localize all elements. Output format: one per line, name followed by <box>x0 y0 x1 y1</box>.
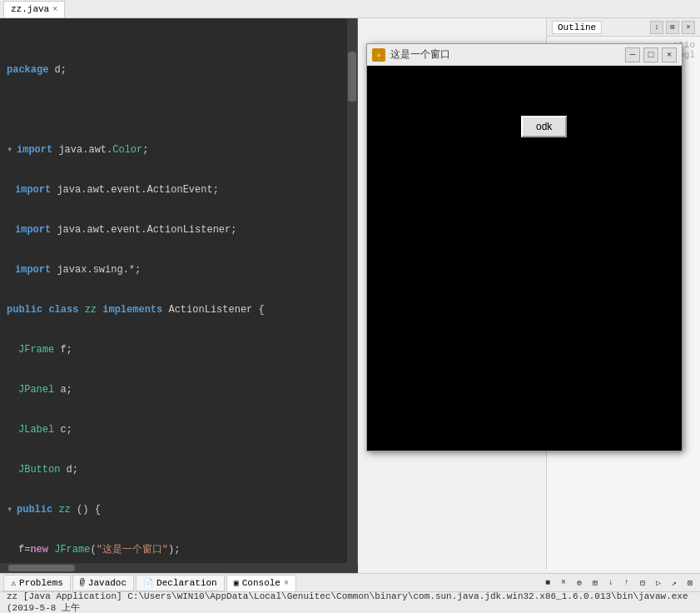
h-scroll-thumb[interactable] <box>8 565 75 571</box>
tab-console-label: Console <box>242 578 280 588</box>
tab-problems-label: Problems <box>19 578 63 588</box>
console-clear-btn[interactable]: ⊠ <box>683 576 697 590</box>
file-tab-label: zz.java <box>11 4 49 14</box>
console-toolbar: ■ × ⊕ ⊞ ↓ ↑ ⊟ ▷ ↗ ⊠ <box>541 576 697 590</box>
tab-declaration[interactable]: 📄 Declaration <box>136 575 225 591</box>
line-1: package d; <box>7 63 357 77</box>
file-tab[interactable]: zz.java × <box>3 1 65 17</box>
swing-close-btn[interactable]: × <box>662 47 677 62</box>
outline-tabs: Outline <box>552 21 602 34</box>
scroll-thumb[interactable] <box>348 52 356 102</box>
console-run-btn[interactable]: ▷ <box>652 576 665 590</box>
swing-app-icon: ☕ <box>372 48 385 62</box>
swing-maximize-btn[interactable]: □ <box>643 47 658 62</box>
line-6: import javax.swing.*; <box>7 263 357 277</box>
swing-controls: ─ □ × <box>625 47 677 62</box>
outline-btn-1[interactable]: ↕ <box>650 21 663 34</box>
line-4: import java.awt.event.ActionEvent; <box>7 183 357 197</box>
code-lines: package d; import java.awt.Color; import… <box>0 20 357 570</box>
line-8: JFrame f; <box>7 343 357 356</box>
tab-problems[interactable]: ⚠ Problems <box>3 575 71 591</box>
swing-preview-window[interactable]: ☕ 这是一个窗口 ─ □ × odk <box>366 43 683 451</box>
outline-panel-header: Outline ↕ ⊞ × <box>547 18 700 37</box>
javadoc-icon: @ <box>80 578 85 587</box>
console-icon: ▣ <box>234 578 239 588</box>
line-7: public class zz implements ActionListene… <box>7 303 357 316</box>
console-pin-btn[interactable]: ⊟ <box>636 576 649 590</box>
swing-title-bar: ☕ 这是一个窗口 ─ □ × <box>367 44 682 66</box>
swing-title-text: 这是一个窗口 <box>390 47 450 62</box>
console-terminate-btn[interactable]: × <box>557 576 570 590</box>
outline-toolbar: ↕ ⊞ × <box>650 21 695 34</box>
console-stop-btn[interactable]: ■ <box>541 576 554 590</box>
line-13: f=new JFrame("这是一个窗口"); <box>7 543 357 556</box>
tab-javadoc-label: Javadoc <box>88 578 127 588</box>
outline-btn-2[interactable]: ⊞ <box>666 21 679 34</box>
console-scroll-lock[interactable]: ↓ <box>604 576 618 590</box>
swing-odk-button[interactable]: odk <box>521 116 567 137</box>
line-11: JButton d; <box>7 463 357 476</box>
line-3: import java.awt.Color; <box>7 143 357 157</box>
editor-scrollbar[interactable] <box>347 18 357 570</box>
declaration-icon: 📄 <box>143 578 153 588</box>
tab-declaration-label: Declaration <box>156 578 217 588</box>
code-content: package d; import java.awt.Color; import… <box>0 18 357 570</box>
status-text: zz [Java Application] C:\Users\WIN10\App… <box>7 591 693 613</box>
fold-3[interactable] <box>7 143 15 157</box>
outline-tab[interactable]: Outline <box>552 21 602 34</box>
file-tab-close[interactable]: × <box>52 5 57 14</box>
code-editor[interactable]: package d; import java.awt.Color; import… <box>0 18 358 570</box>
console-btn-4[interactable]: ⊞ <box>588 576 602 590</box>
problems-icon: ⚠ <box>11 578 16 588</box>
console-tab-close[interactable]: × <box>284 579 289 588</box>
line-2 <box>7 103 357 117</box>
line-10: JLabel c; <box>7 423 357 436</box>
swing-content: odk <box>367 66 682 451</box>
bottom-tab-bar: ⚠ Problems @ Javadoc 📄 Declaration ▣ Con… <box>0 573 700 591</box>
console-btn-3[interactable]: ⊕ <box>573 576 586 590</box>
main-area: package d; import java.awt.Color; import… <box>0 18 700 570</box>
fold-12[interactable] <box>7 503 15 516</box>
tab-console[interactable]: ▣ Console × <box>226 575 296 591</box>
horizontal-scrollbar[interactable] <box>0 563 358 573</box>
swing-minimize-btn[interactable]: ─ <box>625 47 640 62</box>
line-9: JPanel a; <box>7 383 357 396</box>
line-12: public zz () { <box>7 503 357 516</box>
tab-javadoc[interactable]: @ Javadoc <box>72 575 134 591</box>
console-scroll-up[interactable]: ↑ <box>620 576 633 590</box>
swing-title-left: ☕ 这是一个窗口 <box>372 47 450 62</box>
line-5: import java.awt.event.ActionListener; <box>7 223 357 237</box>
tab-bar: zz.java × <box>0 0 700 18</box>
status-bar: zz [Java Application] C:\Users\WIN10\App… <box>0 591 700 613</box>
outline-close[interactable]: × <box>682 21 695 34</box>
console-open-btn[interactable]: ↗ <box>668 576 681 590</box>
